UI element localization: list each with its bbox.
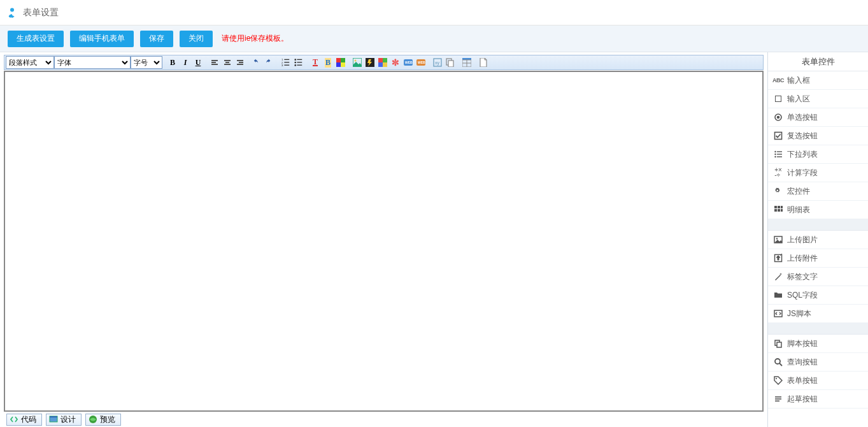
control-sql[interactable]: SQL字段: [768, 286, 868, 305]
unordered-list-button[interactable]: [292, 56, 305, 69]
insert-template-button[interactable]: [444, 56, 457, 69]
svg-line-60: [779, 363, 782, 366]
insert-image-button[interactable]: [351, 56, 364, 69]
svg-rect-13: [341, 58, 345, 62]
editor-content-area[interactable]: [4, 71, 764, 412]
code-tab-label: 代码: [21, 414, 36, 425]
design-tab[interactable]: 设计: [46, 414, 82, 426]
underline-button[interactable]: U: [192, 56, 204, 69]
control-label: 单选按钮: [787, 112, 818, 123]
generate-table-button[interactable]: 生成表设置: [8, 31, 64, 47]
control-checkbox[interactable]: 复选按钮: [768, 127, 868, 145]
svg-rect-63: [775, 398, 781, 400]
preview-tab[interactable]: 预览: [85, 414, 121, 426]
sidebar-divider: [768, 323, 868, 335]
select-icon: [773, 149, 783, 159]
svg-rect-44: [777, 154, 782, 154]
align-right-button[interactable]: [234, 56, 246, 69]
svg-rect-58: [777, 342, 781, 347]
bold-button[interactable]: B: [166, 56, 179, 69]
editor-wrap: 段落样式 字体 字号 B I U 123 T B ✼ W: [0, 52, 767, 427]
close-button[interactable]: 关闭: [180, 31, 213, 47]
svg-rect-5: [284, 65, 289, 66]
svg-rect-11: [297, 65, 302, 66]
svg-text:3: 3: [281, 64, 283, 67]
control-select[interactable]: 下拉列表: [768, 145, 868, 164]
svg-rect-62: [775, 396, 781, 398]
control-label: 起草按钮: [787, 394, 818, 405]
control-input[interactable]: ABC输入框: [768, 71, 868, 90]
control-radio[interactable]: 单选按钮: [768, 108, 868, 127]
control-upimg[interactable]: 上传图片: [768, 231, 868, 249]
upimg-icon: [773, 235, 783, 245]
design-icon: [49, 415, 58, 424]
svg-point-6: [294, 59, 296, 61]
italic-button[interactable]: I: [179, 56, 192, 69]
formbtn-icon: [773, 375, 783, 386]
sidebar-heading: 表单控件: [768, 52, 868, 71]
svg-text:xy: xy: [435, 61, 440, 66]
align-center-button[interactable]: [221, 56, 234, 69]
text-color-button[interactable]: T: [309, 56, 322, 69]
svg-rect-51: [778, 209, 780, 212]
control-label: 宏控件: [787, 186, 810, 197]
paragraph-style-select[interactable]: 段落样式: [6, 56, 54, 69]
control-label: 脚本按钮: [787, 338, 818, 349]
web-editor2-button[interactable]: WEB: [415, 56, 427, 69]
edit-mobile-form-button[interactable]: 编辑手机表单: [70, 31, 134, 47]
control-detail[interactable]: 明细表: [768, 201, 868, 219]
undo-button[interactable]: [250, 56, 263, 69]
page-header: 表单设置: [0, 0, 868, 25]
control-formbtn[interactable]: 表单按钮: [768, 372, 868, 390]
control-label: 下拉列表: [787, 149, 818, 160]
font-size-select[interactable]: 字号: [131, 56, 162, 69]
code-tab[interactable]: 代码: [6, 414, 42, 426]
bg-color-button[interactable]: B: [322, 56, 334, 69]
special-char-button[interactable]: ✼: [389, 56, 402, 69]
svg-rect-50: [774, 209, 777, 212]
control-upfile[interactable]: 上传附件: [768, 249, 868, 268]
control-macro[interactable]: 宏控件: [768, 182, 868, 201]
svg-text:WEB: WEB: [405, 61, 413, 64]
insert-table-button[interactable]: [460, 56, 473, 69]
insert-media-button[interactable]: [376, 56, 389, 69]
svg-point-61: [776, 378, 777, 379]
ordered-list-button[interactable]: 123: [280, 56, 292, 69]
svg-rect-49: [781, 206, 783, 208]
svg-point-54: [776, 238, 778, 239]
control-label: JS脚本: [787, 308, 811, 319]
querybtn-icon: [773, 357, 783, 367]
control-draftbtn[interactable]: 起草按钮: [768, 390, 868, 409]
detail-icon: [773, 205, 783, 215]
preview-tab-label: 预览: [100, 414, 115, 425]
control-calc[interactable]: +×-÷计算字段: [768, 164, 868, 182]
control-querybtn[interactable]: 查询按钮: [768, 353, 868, 372]
svg-rect-64: [775, 400, 779, 402]
svg-text:WEB: WEB: [418, 61, 425, 64]
align-left-button[interactable]: [208, 56, 221, 69]
draftbtn-icon: [773, 394, 783, 404]
control-label[interactable]: 标签文字: [768, 268, 868, 286]
input-icon: ABC: [773, 75, 783, 85]
font-family-select[interactable]: 字体: [54, 56, 131, 69]
action-bar: 生成表设置 编辑手机表单 保存 关闭 请使用ie保存模板。: [0, 25, 868, 52]
controls-sidebar: 表单控件 ABC输入框输入区单选按钮复选按钮下拉列表+×-÷计算字段宏控件明细表…: [767, 52, 868, 427]
svg-rect-15: [341, 62, 345, 67]
sidebar-divider: [768, 219, 868, 231]
control-scriptbtn[interactable]: 脚本按钮: [768, 335, 868, 353]
textarea-icon: [773, 94, 783, 104]
insert-field-button[interactable]: xy: [431, 56, 444, 69]
new-page-button[interactable]: [477, 56, 490, 69]
control-label: 明细表: [787, 205, 810, 215]
insert-flash-button[interactable]: [364, 56, 376, 69]
web-editor-button[interactable]: WEB: [402, 56, 415, 69]
redo-button[interactable]: [263, 56, 276, 69]
save-button[interactable]: 保存: [140, 31, 173, 47]
svg-rect-7: [297, 59, 302, 60]
scriptbtn-icon: [773, 338, 783, 349]
svg-point-8: [294, 62, 296, 64]
svg-rect-19: [378, 58, 383, 62]
control-js[interactable]: JS脚本: [768, 305, 868, 323]
control-textarea[interactable]: 输入区: [768, 90, 868, 108]
color-picker-button[interactable]: [334, 56, 347, 69]
